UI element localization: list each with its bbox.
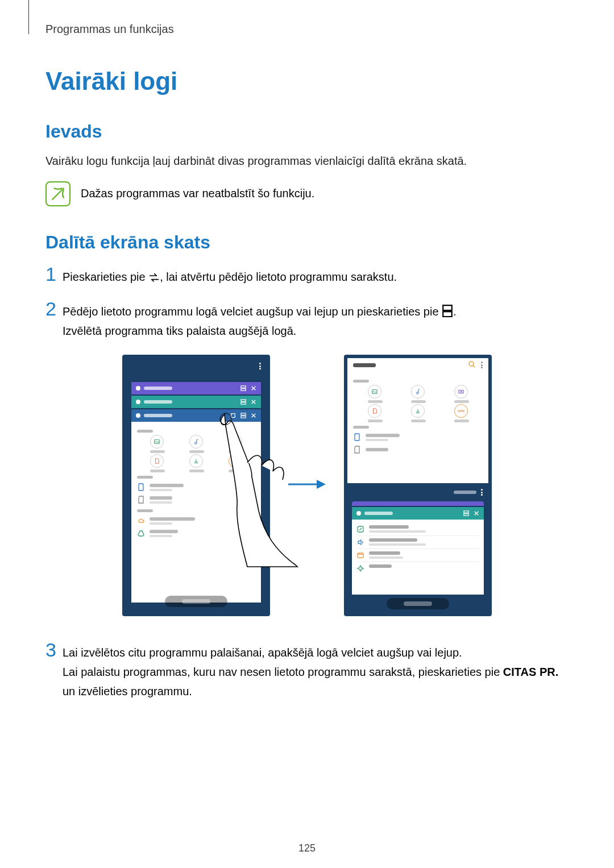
step-3: 3 Lai izvēlētos citu programmu palaišana… <box>45 639 569 701</box>
categories-label-blur <box>353 380 369 383</box>
figure-phone-recent-apps: APK <box>122 355 270 616</box>
category-apk: APK <box>229 454 242 472</box>
step1-pre: Pieskarieties pie <box>63 271 148 283</box>
svg-rect-1 <box>443 312 452 317</box>
split-screen-icon <box>240 399 246 405</box>
category-downloads <box>411 404 425 422</box>
app-icon <box>136 413 140 418</box>
step-number: 2 <box>45 298 63 320</box>
sd-card-item <box>353 443 483 456</box>
category-images <box>368 385 381 403</box>
close-all-button <box>387 598 449 609</box>
page-title: Vairāki logi <box>45 67 569 95</box>
svg-rect-4 <box>241 400 246 401</box>
phone-label-blur <box>353 426 369 429</box>
category-images <box>150 435 164 453</box>
recent-apps-icon <box>148 269 160 279</box>
more-icon <box>259 363 261 369</box>
app-icon <box>356 511 361 516</box>
categories-label-blur <box>137 430 153 433</box>
category-documents <box>368 404 381 422</box>
svg-rect-20 <box>464 511 468 513</box>
breadcrumb: Programmas un funkcijas <box>45 23 569 36</box>
internal-storage-item <box>353 431 483 443</box>
recent-card <box>352 501 484 506</box>
internal-storage-item <box>137 481 255 493</box>
step-2: 2 Pēdējo lietoto programmu logā velciet … <box>45 298 569 340</box>
split-screen-icon <box>240 385 246 391</box>
settings-display <box>356 562 479 575</box>
category-audio <box>189 435 203 453</box>
close-all-button <box>165 596 227 607</box>
google-drive-item <box>137 527 255 539</box>
recent-card-settings <box>352 507 484 595</box>
step3-line2-pre: Lai palaistu programmas, kuru nav nesen … <box>63 666 503 678</box>
note-callout: Dažas programmas var neatbalstīt šo funk… <box>45 181 569 206</box>
my-files-title-blur <box>353 363 376 367</box>
sd-card-icon <box>137 496 145 504</box>
split-screen-icon <box>463 510 469 516</box>
settings-notifications <box>356 549 479 562</box>
svg-rect-23 <box>358 553 363 558</box>
step2-line2: Izvēlētā programma tiks palaista augšējā… <box>63 325 296 337</box>
split-screen-icon <box>240 413 246 418</box>
display-icon <box>356 564 364 572</box>
close-icon <box>251 385 256 391</box>
search-icon <box>468 361 475 369</box>
svg-rect-6 <box>231 414 235 418</box>
app-icon <box>136 400 140 404</box>
sd-card-item <box>137 493 255 506</box>
section-heading-intro: Ievads <box>45 121 569 142</box>
more-icon <box>481 362 483 368</box>
svg-rect-2 <box>241 386 246 388</box>
cloud-icon <box>137 517 145 525</box>
category-videos <box>454 385 468 403</box>
recent-card <box>131 382 261 394</box>
app-icon <box>136 386 140 391</box>
recent-card <box>131 396 261 408</box>
svg-rect-5 <box>241 402 246 404</box>
step1-post: , lai atvērtu pēdējo lietoto programmu s… <box>160 271 397 283</box>
sd-card-icon <box>353 446 361 454</box>
category-videos <box>229 435 242 453</box>
svg-point-17 <box>417 392 418 394</box>
step2-line1-post: . <box>453 305 457 318</box>
intro-paragraph: Vairāku logu funkcija ļauj darbināt diva… <box>45 152 569 170</box>
category-audio <box>411 385 425 403</box>
svg-rect-21 <box>464 514 468 516</box>
page-number: 125 <box>0 842 614 854</box>
samsung-cloud-item <box>137 514 255 527</box>
settings-connections <box>356 523 479 536</box>
close-icon <box>251 413 256 418</box>
svg-rect-7 <box>241 413 246 415</box>
page-content: Programmas un funkcijas Vairāki logi Iev… <box>0 0 614 701</box>
note-text: Dažas programmas var neatbalstīt šo funk… <box>81 181 314 202</box>
step-text: Lai izvēlētos citu programmu palaišanai,… <box>63 643 569 701</box>
step-1: 1 Pieskarieties pie , lai atvērtu pēdējo… <box>45 263 569 286</box>
svg-point-15 <box>469 362 474 366</box>
drive-icon <box>137 529 145 537</box>
section-heading-split: Dalītā ekrāna skats <box>45 232 569 253</box>
step2-line1-pre: Pēdējo lietoto programmu logā velciet au… <box>63 305 442 318</box>
connections-icon <box>356 525 364 533</box>
category-downloads <box>189 454 203 472</box>
step-number: 3 <box>45 639 63 661</box>
svg-rect-3 <box>241 389 246 391</box>
figure-phone-split-view: APK <box>344 355 492 616</box>
more-icon <box>481 489 483 496</box>
notifications-icon <box>356 551 364 559</box>
cloud-label-blur <box>137 509 153 512</box>
step3-bold: CITAS PR. <box>503 666 558 678</box>
internal-storage-icon <box>137 483 145 491</box>
settings-sounds <box>356 536 479 549</box>
step-text: Pēdējo lietoto programmu logā velciet au… <box>63 302 569 340</box>
pin-icon <box>230 413 236 418</box>
more-apps-label-blur <box>454 491 476 494</box>
recent-card-active: APK <box>131 409 261 603</box>
figure-row: APK <box>45 355 569 616</box>
sound-icon <box>356 538 364 546</box>
internal-storage-icon <box>353 433 361 441</box>
step3-line1: Lai izvēlētos citu programmu palaišanai,… <box>63 646 462 659</box>
step-text: Pieskarieties pie , lai atvērtu pēdējo l… <box>63 267 569 286</box>
phone-label-blur <box>137 476 153 479</box>
